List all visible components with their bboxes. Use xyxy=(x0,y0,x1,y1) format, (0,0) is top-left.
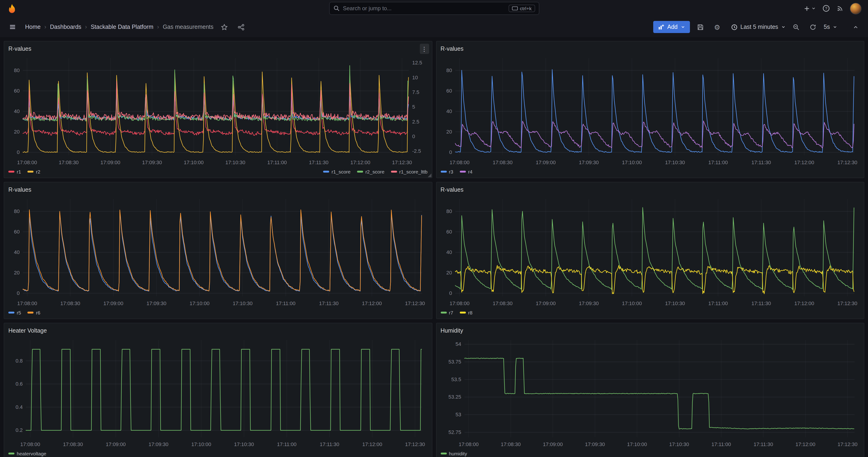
panel-header[interactable]: R-values xyxy=(8,44,428,54)
legend-item-r7[interactable]: r7 xyxy=(440,310,453,315)
panel-header[interactable]: Heater Voltage xyxy=(8,326,428,335)
svg-text:17:12:30: 17:12:30 xyxy=(837,159,857,165)
panel-title[interactable]: R-values xyxy=(8,45,31,52)
timeseries-chart[interactable]: 020406080-2.502.557.51012.517:08:0017:08… xyxy=(8,54,428,167)
panel-header[interactable]: Humidity xyxy=(440,326,860,335)
refresh-interval-dropdown[interactable]: 5s xyxy=(824,24,837,30)
legend-item-r5[interactable]: r5 xyxy=(8,310,21,315)
news-button[interactable] xyxy=(836,5,843,12)
legend-item-heatervoltage[interactable]: heatervoltage xyxy=(8,451,46,456)
panel-header[interactable]: R-values xyxy=(8,185,428,194)
save-dashboard-button[interactable] xyxy=(694,21,707,33)
svg-text:17:09:00: 17:09:00 xyxy=(103,301,123,306)
panel-header[interactable]: R-values xyxy=(440,44,860,54)
breadcrumb-current-dashboard: Gas measurements xyxy=(163,24,213,30)
add-panel-button[interactable]: Add xyxy=(653,21,690,33)
timeseries-chart[interactable]: 02040608017:08:0017:08:3017:09:0017:09:3… xyxy=(440,54,860,167)
chevron-down-icon xyxy=(811,6,816,11)
svg-text:17:09:30: 17:09:30 xyxy=(142,159,162,165)
timeseries-chart[interactable]: 02040608017:08:0017:08:3017:09:0017:09:3… xyxy=(8,194,428,308)
svg-text:0: 0 xyxy=(17,149,20,155)
search-input[interactable] xyxy=(343,5,505,12)
svg-text:80: 80 xyxy=(14,67,20,73)
panel-menu-button[interactable]: ⋮ xyxy=(420,44,429,54)
keyboard-icon xyxy=(512,6,518,11)
panel-title[interactable]: R-values xyxy=(440,45,464,52)
panel-r-values-3: R-values 02040608017:08:0017:08:3017:09:… xyxy=(4,182,432,319)
legend-item-r6[interactable]: r6 xyxy=(28,310,40,315)
legend-item-humidity[interactable]: humidity xyxy=(440,451,467,456)
time-range-picker[interactable]: Last 5 minutes xyxy=(731,24,786,30)
share-button[interactable] xyxy=(235,21,247,33)
timeseries-chart[interactable]: 0.20.40.60.817:08:0017:08:3017:09:0017:0… xyxy=(8,335,428,449)
favorite-star-button[interactable] xyxy=(218,21,230,33)
legend-item-r1_score_lttb[interactable]: r1_score_lttb xyxy=(391,169,428,175)
legend-series-marker xyxy=(28,171,34,173)
timeseries-chart[interactable]: 02040608017:08:0017:08:3017:09:0017:09:3… xyxy=(440,194,860,308)
svg-text:17:11:30: 17:11:30 xyxy=(753,441,773,447)
mega-menu-button[interactable] xyxy=(6,21,19,33)
breadcrumb-home[interactable]: Home xyxy=(25,24,41,30)
svg-text:17:10:00: 17:10:00 xyxy=(622,159,642,165)
panel-legend: humidity xyxy=(440,449,860,457)
svg-text:17:11:30: 17:11:30 xyxy=(751,159,771,165)
svg-text:17:12:00: 17:12:00 xyxy=(362,301,382,306)
svg-text:17:09:30: 17:09:30 xyxy=(579,159,598,165)
hide-controls-button[interactable] xyxy=(849,21,862,33)
panel-resize-handle[interactable] xyxy=(428,174,431,177)
svg-text:17:11:30: 17:11:30 xyxy=(320,441,339,447)
legend-item-r4[interactable]: r4 xyxy=(460,169,473,175)
breadcrumb-dashboards[interactable]: Dashboards xyxy=(50,24,81,30)
svg-text:17:12:00: 17:12:00 xyxy=(795,441,815,447)
svg-text:0: 0 xyxy=(412,133,415,139)
svg-text:40: 40 xyxy=(446,109,452,114)
search-bar[interactable]: ctrl+k xyxy=(329,2,539,15)
svg-text:0: 0 xyxy=(449,290,452,296)
refresh-button[interactable] xyxy=(807,21,819,33)
new-menu-button[interactable] xyxy=(803,5,816,12)
svg-text:17:09:00: 17:09:00 xyxy=(106,441,126,447)
user-avatar[interactable] xyxy=(850,3,862,14)
grafana-logo-icon[interactable] xyxy=(6,3,18,14)
svg-text:17:12:30: 17:12:30 xyxy=(837,301,857,306)
svg-text:52.75: 52.75 xyxy=(448,429,461,435)
help-button[interactable]: ? xyxy=(823,5,830,12)
dashboard-toolbar: Home › Dashboards › Stackable Data Platf… xyxy=(0,17,868,37)
panel-title[interactable]: R-values xyxy=(440,186,464,193)
legend-item-r1_score[interactable]: r1_score xyxy=(323,169,350,175)
legend-item-r8[interactable]: r8 xyxy=(460,310,473,315)
svg-text:0: 0 xyxy=(17,290,20,296)
legend-series-marker xyxy=(460,312,466,313)
panel-header[interactable]: R-values xyxy=(440,185,860,194)
panel-title[interactable]: R-values xyxy=(8,186,31,193)
breadcrumb-separator: › xyxy=(153,24,163,30)
dashboard-settings-button[interactable]: ⚙ xyxy=(711,21,723,33)
svg-text:20: 20 xyxy=(14,129,20,135)
panel-heater-voltage: Heater Voltage 0.20.40.60.817:08:0017:08… xyxy=(4,323,432,457)
legend-item-r3[interactable]: r3 xyxy=(440,169,453,175)
svg-text:53.5: 53.5 xyxy=(451,376,461,382)
svg-text:17:09:00: 17:09:00 xyxy=(535,301,556,306)
svg-text:54: 54 xyxy=(455,341,461,347)
svg-text:0.2: 0.2 xyxy=(16,427,23,433)
svg-text:17:12:00: 17:12:00 xyxy=(363,441,382,447)
zoom-out-button[interactable] xyxy=(790,21,802,33)
svg-text:17:11:00: 17:11:00 xyxy=(711,441,731,447)
panel-title[interactable]: Heater Voltage xyxy=(8,328,47,334)
svg-text:0: 0 xyxy=(449,149,452,155)
chevron-down-icon xyxy=(833,25,837,29)
svg-text:17:11:00: 17:11:00 xyxy=(277,441,297,447)
hamburger-icon xyxy=(9,23,16,31)
svg-text:80: 80 xyxy=(446,208,452,214)
share-icon xyxy=(237,24,244,30)
legend-item-r2[interactable]: r2 xyxy=(28,169,40,175)
svg-text:17:12:00: 17:12:00 xyxy=(794,301,814,306)
chevron-up-icon xyxy=(852,24,859,30)
panel-title[interactable]: Humidity xyxy=(440,328,463,334)
legend-item-r1[interactable]: r1 xyxy=(8,169,21,175)
svg-text:17:08:30: 17:08:30 xyxy=(59,159,79,165)
timeseries-chart[interactable]: 52.755353.2553.553.755417:08:0017:08:301… xyxy=(440,335,860,449)
legend-series-marker xyxy=(440,312,446,313)
legend-item-r2_score[interactable]: r2_score xyxy=(357,169,384,175)
breadcrumb-folder[interactable]: Stackable Data Platform xyxy=(91,24,153,30)
